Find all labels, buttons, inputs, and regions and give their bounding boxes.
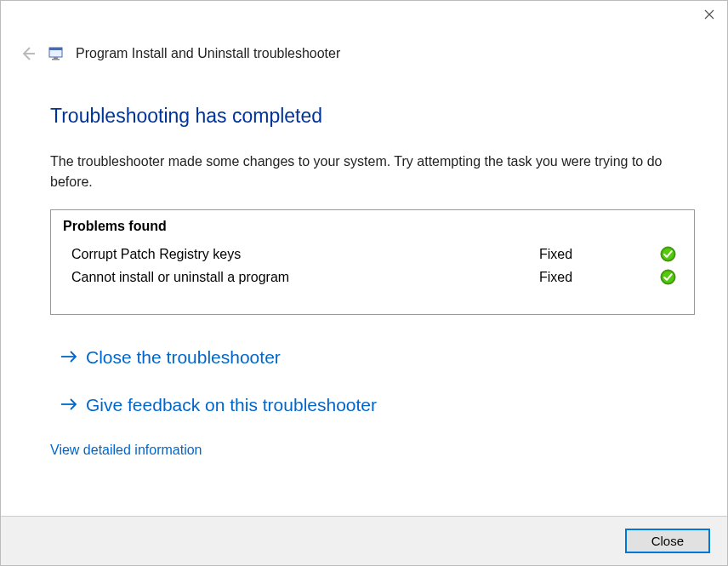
page-heading: Troubleshooting has completed <box>50 105 695 128</box>
status-icon-wrapper <box>658 269 677 285</box>
problem-name: Corrupt Patch Registry keys <box>71 247 539 262</box>
view-detailed-link[interactable]: View detailed information <box>50 443 202 458</box>
description-text: The troubleshooter made some changes to … <box>50 152 695 192</box>
give-feedback-label: Give feedback on this troubleshooter <box>86 395 377 415</box>
content-area: Troubleshooting has completed The troubl… <box>1 62 727 516</box>
status-icon-wrapper <box>658 246 677 262</box>
titlebar <box>1 1 727 33</box>
checkmark-icon <box>660 269 676 285</box>
arrow-right-icon <box>60 395 77 415</box>
problem-row: Corrupt Patch Registry keys Fixed <box>63 243 682 266</box>
close-button[interactable]: Close <box>625 529 710 553</box>
svg-rect-5 <box>54 57 58 59</box>
problem-status: Fixed <box>539 247 658 262</box>
header: Program Install and Uninstall troublesho… <box>1 33 727 62</box>
troubleshooter-icon <box>48 46 64 61</box>
checkmark-icon <box>660 246 676 262</box>
problem-status: Fixed <box>539 270 658 285</box>
close-icon <box>704 9 714 20</box>
troubleshooter-dialog: Program Install and Uninstall troublesho… <box>0 0 728 566</box>
problem-name: Cannot install or uninstall a program <box>71 270 539 285</box>
problems-found-box: Problems found Corrupt Patch Registry ke… <box>50 209 695 315</box>
arrow-right-icon <box>60 347 77 368</box>
footer: Close <box>1 516 727 565</box>
close-troubleshooter-link[interactable]: Close the troubleshooter <box>50 340 695 374</box>
problem-row: Cannot install or uninstall a program Fi… <box>63 266 682 289</box>
give-feedback-link[interactable]: Give feedback on this troubleshooter <box>50 388 695 422</box>
troubleshooter-title: Program Install and Uninstall troublesho… <box>76 46 340 61</box>
back-button[interactable] <box>20 45 37 62</box>
problems-title: Problems found <box>63 219 682 234</box>
close-troubleshooter-label: Close the troubleshooter <box>86 347 281 368</box>
svg-rect-6 <box>52 59 60 60</box>
window-close-button[interactable] <box>702 8 715 20</box>
back-arrow-icon <box>20 45 37 62</box>
svg-rect-4 <box>49 48 62 50</box>
